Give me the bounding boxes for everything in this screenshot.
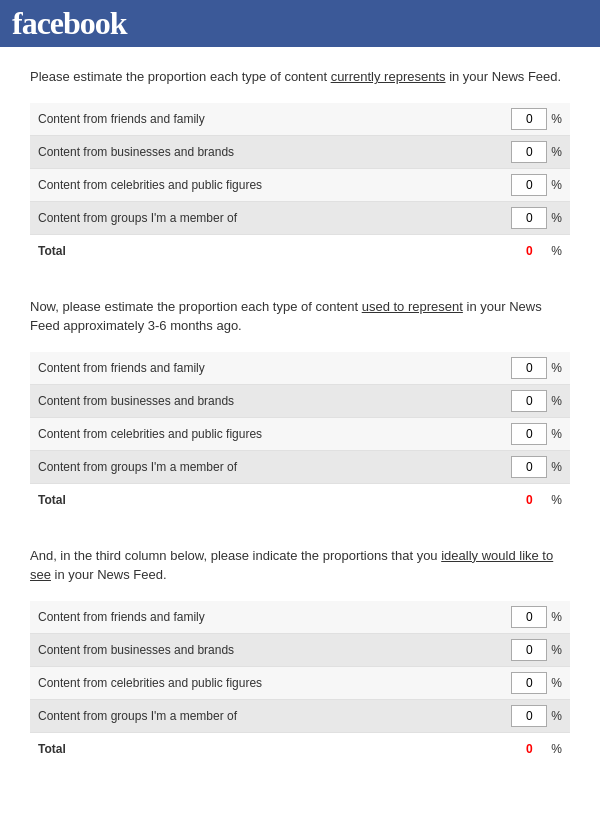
table-row: Content from friends and family % [30,103,570,136]
current-friends-input[interactable] [511,108,547,130]
section-ideal-question: And, in the third column below, please i… [30,546,570,585]
row-label: Content from friends and family [38,361,511,375]
section-current-table: Content from friends and family % Conten… [30,103,570,267]
section-ideal: And, in the third column below, please i… [30,546,570,765]
table-row: Content from groups I'm a member of % [30,202,570,235]
row-label: Content from groups I'm a member of [38,460,511,474]
table-row: Content from friends and family % [30,352,570,385]
facebook-logo: facebook [12,5,127,42]
percent-sign: % [551,643,562,657]
total-label: Total [38,742,511,756]
header: facebook [0,0,600,47]
table-row: Content from businesses and brands % [30,385,570,418]
row-label: Content from friends and family [38,112,511,126]
ideal-groups-input[interactable] [511,705,547,727]
percent-sign: % [551,394,562,408]
table-row: Content from groups I'm a member of % [30,700,570,733]
row-input-area: % [511,207,562,229]
table-row: Total 0 % [30,235,570,267]
table-row: Total 0 % [30,733,570,765]
row-input-area: % [511,639,562,661]
total-label: Total [38,493,511,507]
percent-sign: % [551,244,562,258]
percent-sign: % [551,676,562,690]
percent-sign: % [551,145,562,159]
percent-sign: % [551,361,562,375]
row-input-area: % [511,108,562,130]
table-row: Content from celebrities and public figu… [30,169,570,202]
row-input-area: % [511,141,562,163]
row-input-area: % [511,357,562,379]
row-input-area: % [511,672,562,694]
percent-sign: % [551,742,562,756]
row-label: Content from businesses and brands [38,643,511,657]
table-row: Total 0 % [30,484,570,516]
row-label: Content from businesses and brands [38,145,511,159]
row-label: Content from celebrities and public figu… [38,178,511,192]
row-input-area: % [511,174,562,196]
past-businesses-input[interactable] [511,390,547,412]
ideal-celebrities-input[interactable] [511,672,547,694]
table-row: Content from businesses and brands % [30,136,570,169]
row-input-area: % [511,390,562,412]
percent-sign: % [551,493,562,507]
main-content: Please estimate the proportion each type… [0,47,600,815]
row-label: Content from businesses and brands [38,394,511,408]
row-input-area: % [511,456,562,478]
ideal-friends-input[interactable] [511,606,547,628]
section-past: Now, please estimate the proportion each… [30,297,570,516]
section-past-table: Content from friends and family % Conten… [30,352,570,516]
current-total-value: 0 [511,240,547,262]
row-label: Content from groups I'm a member of [38,709,511,723]
section-current: Please estimate the proportion each type… [30,67,570,267]
table-row: Content from businesses and brands % [30,634,570,667]
percent-sign: % [551,460,562,474]
row-label: Content from celebrities and public figu… [38,427,511,441]
past-friends-input[interactable] [511,357,547,379]
past-celebrities-input[interactable] [511,423,547,445]
row-label: Content from friends and family [38,610,511,624]
row-input-area: 0 % [511,738,562,760]
percent-sign: % [551,427,562,441]
total-label: Total [38,244,511,258]
past-groups-input[interactable] [511,456,547,478]
row-input-area: % [511,705,562,727]
percent-sign: % [551,211,562,225]
section-current-question: Please estimate the proportion each type… [30,67,570,87]
row-label: Content from celebrities and public figu… [38,676,511,690]
section-ideal-table: Content from friends and family % Conten… [30,601,570,765]
ideal-total-value: 0 [511,738,547,760]
past-total-value: 0 [511,489,547,511]
footer-area: >> [0,815,600,822]
percent-sign: % [551,709,562,723]
row-input-area: % [511,606,562,628]
table-row: Content from celebrities and public figu… [30,667,570,700]
section-past-question: Now, please estimate the proportion each… [30,297,570,336]
percent-sign: % [551,112,562,126]
percent-sign: % [551,610,562,624]
current-celebrities-input[interactable] [511,174,547,196]
current-groups-input[interactable] [511,207,547,229]
current-businesses-input[interactable] [511,141,547,163]
table-row: Content from friends and family % [30,601,570,634]
row-input-area: 0 % [511,489,562,511]
ideal-businesses-input[interactable] [511,639,547,661]
table-row: Content from groups I'm a member of % [30,451,570,484]
table-row: Content from celebrities and public figu… [30,418,570,451]
row-input-area: 0 % [511,240,562,262]
row-input-area: % [511,423,562,445]
percent-sign: % [551,178,562,192]
row-label: Content from groups I'm a member of [38,211,511,225]
